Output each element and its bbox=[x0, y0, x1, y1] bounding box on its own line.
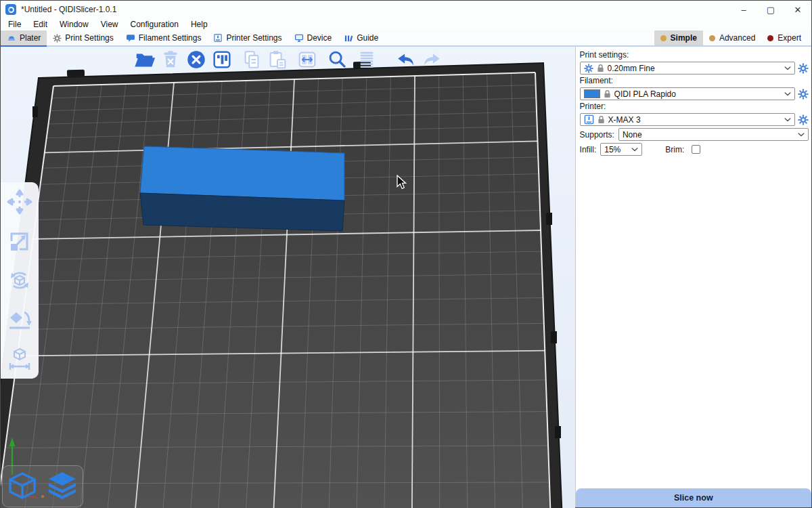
tab-printer-settings-label: Printer Settings bbox=[226, 33, 281, 43]
build-plate-surface[interactable] bbox=[1, 72, 551, 508]
menu-window[interactable]: Window bbox=[53, 20, 95, 29]
device-monitor-icon bbox=[294, 33, 304, 43]
paste-button[interactable] bbox=[266, 48, 289, 71]
plate-clip-icon bbox=[67, 70, 85, 77]
mouse-cursor bbox=[397, 175, 407, 190]
print-settings-gear-button[interactable] bbox=[798, 63, 809, 74]
tab-plater-label: Plater bbox=[20, 33, 41, 43]
scale-icon bbox=[6, 228, 33, 255]
brim-label: Brim: bbox=[665, 145, 684, 154]
delete-all-button[interactable] bbox=[185, 48, 208, 71]
model-object[interactable] bbox=[140, 146, 344, 231]
slice-now-button[interactable]: Slice now bbox=[576, 488, 811, 507]
tab-plater[interactable]: Plater bbox=[1, 30, 47, 47]
mode-simple[interactable]: Simple bbox=[654, 30, 703, 45]
tab-print-settings-label: Print Settings bbox=[65, 33, 113, 43]
copy-button[interactable] bbox=[240, 48, 263, 71]
printer-value: X-MAX 3 bbox=[608, 115, 781, 125]
tab-printer-settings[interactable]: Printer Settings bbox=[207, 30, 288, 45]
chevron-down-icon bbox=[784, 66, 791, 70]
chevron-down-icon bbox=[631, 148, 638, 152]
viewport-3d[interactable] bbox=[1, 47, 575, 508]
printer-icon bbox=[213, 33, 223, 43]
measure-button[interactable] bbox=[5, 345, 34, 373]
open-folder-icon bbox=[133, 48, 156, 71]
menu-view[interactable]: View bbox=[95, 20, 125, 29]
filament-label: Filament: bbox=[580, 76, 809, 85]
infill-value: 15% bbox=[604, 145, 628, 154]
rotate-button[interactable] bbox=[5, 266, 34, 295]
filament-gear-button[interactable] bbox=[798, 89, 809, 100]
menu-file[interactable]: File bbox=[2, 20, 27, 29]
search-button[interactable] bbox=[325, 48, 348, 71]
undo-icon bbox=[394, 48, 418, 71]
tab-guide-label: Guide bbox=[357, 33, 378, 43]
guide-books-icon bbox=[344, 33, 353, 43]
print-settings-label: Print settings: bbox=[580, 50, 809, 60]
preview-layers-icon[interactable] bbox=[45, 470, 79, 503]
copy-icon bbox=[240, 48, 263, 71]
menu-configuration[interactable]: Configuration bbox=[125, 20, 185, 29]
search-icon bbox=[325, 48, 348, 71]
gear-icon bbox=[53, 34, 62, 43]
tab-device[interactable]: Device bbox=[288, 30, 338, 45]
editor-view-cube-icon[interactable] bbox=[6, 470, 39, 503]
place-on-face-icon bbox=[6, 306, 33, 333]
menu-bar: File Edit Window View Configuration Help bbox=[1, 18, 811, 30]
mode-expert[interactable]: Expert bbox=[761, 30, 807, 45]
move-icon bbox=[6, 188, 33, 215]
filament-select[interactable]: QIDI PLA Rapido bbox=[580, 87, 795, 100]
split-view-icon bbox=[296, 48, 319, 71]
mode-advanced[interactable]: Advanced bbox=[703, 30, 761, 45]
menu-edit[interactable]: Edit bbox=[27, 20, 53, 29]
split-objects-button[interactable] bbox=[296, 48, 319, 71]
arrange-button[interactable] bbox=[210, 48, 233, 71]
printer-icon bbox=[584, 114, 594, 125]
tab-guide[interactable]: Guide bbox=[338, 30, 384, 45]
open-button[interactable] bbox=[133, 48, 156, 71]
move-button[interactable] bbox=[5, 188, 34, 216]
printer-label: Printer: bbox=[580, 102, 809, 111]
printer-gear-button[interactable] bbox=[798, 114, 809, 125]
plater-icon bbox=[7, 33, 16, 43]
arrange-icon bbox=[210, 48, 233, 71]
mode-simple-label: Simple bbox=[671, 33, 697, 43]
expert-dot-icon bbox=[767, 35, 773, 41]
delete-button[interactable] bbox=[159, 48, 182, 71]
mode-advanced-label: Advanced bbox=[719, 33, 755, 43]
lock-icon bbox=[604, 89, 611, 98]
infill-select[interactable]: 15% bbox=[600, 143, 642, 156]
undo-button[interactable] bbox=[394, 48, 418, 71]
window-title: *Untitled - QIDISlicer-1.0.1 bbox=[21, 5, 116, 14]
minimize-button[interactable]: – bbox=[730, 1, 757, 18]
tab-filament-settings[interactable]: Filament Settings bbox=[120, 30, 208, 45]
tab-device-label: Device bbox=[307, 33, 332, 43]
supports-select[interactable]: None bbox=[618, 128, 809, 141]
tab-print-settings[interactable]: Print Settings bbox=[47, 30, 119, 45]
build-plate-canvas[interactable] bbox=[1, 47, 575, 508]
filament-icon bbox=[126, 33, 135, 43]
app-window: *Untitled - QIDISlicer-1.0.1 – ▢ ✕ File … bbox=[0, 0, 812, 508]
redo-icon bbox=[420, 48, 443, 71]
scale-button[interactable] bbox=[5, 227, 34, 255]
redo-button[interactable] bbox=[420, 48, 443, 71]
top-toolbar bbox=[133, 48, 443, 71]
title-bar: *Untitled - QIDISlicer-1.0.1 – ▢ ✕ bbox=[1, 1, 811, 18]
print-settings-value: 0.20mm Fine bbox=[608, 64, 781, 73]
advanced-dot-icon bbox=[709, 35, 715, 41]
menu-help[interactable]: Help bbox=[185, 20, 214, 29]
printer-select[interactable]: X-MAX 3 bbox=[580, 113, 795, 126]
layers-list-icon bbox=[355, 48, 378, 71]
place-on-face-button[interactable] bbox=[5, 305, 34, 334]
mode-switcher: Simple Advanced Expert bbox=[654, 30, 811, 45]
close-button[interactable]: ✕ bbox=[784, 1, 811, 18]
variable-layer-height-button[interactable] bbox=[355, 48, 378, 71]
maximize-button[interactable]: ▢ bbox=[757, 1, 784, 18]
print-settings-select[interactable]: 0.20mm Fine bbox=[580, 62, 795, 75]
lock-icon bbox=[597, 64, 604, 72]
chevron-down-icon bbox=[784, 92, 791, 96]
supports-value: None bbox=[623, 130, 794, 140]
plate-clip-icon bbox=[555, 426, 561, 438]
brim-checkbox[interactable] bbox=[692, 145, 700, 154]
chevron-down-icon bbox=[798, 133, 805, 137]
